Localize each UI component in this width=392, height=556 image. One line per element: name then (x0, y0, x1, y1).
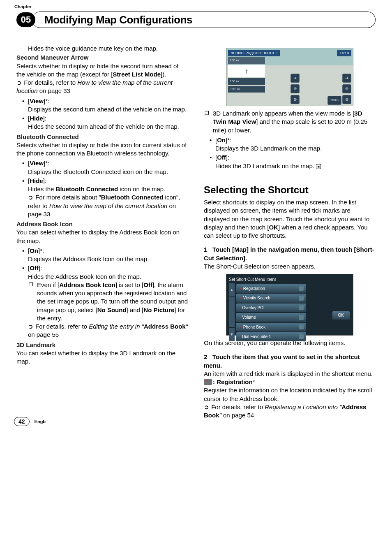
view-option: [View]*: Displays the second turn ahead … (28, 97, 188, 114)
menu-item[interactable]: ✔ Registration (236, 284, 306, 293)
arrow-icon: ↑ (242, 66, 251, 76)
second-maneuver-label: Second Maneuver Arrow (16, 53, 188, 62)
bt-hide-option: [Hide]: Hides the Bluetooth Connected ic… (28, 177, 188, 218)
registration-icon (204, 379, 212, 385)
menu-title: Set Short-Cut Menu Items (229, 277, 350, 283)
zoom-in-button[interactable]: ⊕ (291, 84, 300, 93)
left-column: Hides the voice guidance mute key on the… (16, 44, 188, 419)
lm-off-option: [Off]: Hides the 3D Landmark on the map.… (215, 153, 376, 170)
landmark-note: 3D Landmark only appears when the view m… (204, 109, 376, 134)
registration-line: : Registration* (204, 378, 376, 386)
step-1-desc: The Short-Cut Selection screen appears. (204, 262, 376, 271)
map-arrow-button-2[interactable]: ➔ (342, 74, 351, 83)
chapter-label: Chapter (14, 4, 32, 9)
scroll-down-button[interactable]: ▼ (229, 328, 235, 341)
zoom-in-button-2[interactable]: ⊕ (342, 84, 351, 93)
dist1: 150 m (230, 58, 239, 63)
item-icon (299, 334, 304, 339)
addressbook-label: Address Book Icon (16, 220, 188, 228)
landmark-desc: You can select whether to display the 3D… (16, 349, 188, 366)
eta: 0h01m (230, 87, 240, 92)
street-name: ЛЕНИНГРАДСКОЕ ШОССЕ (228, 50, 280, 56)
lm-on-option: [On]*: Displays the 3D Landmark on the m… (215, 136, 376, 153)
hide-option: [Hide]: Hides the second turn ahead of t… (28, 114, 188, 131)
shortcut-intro: Select shortcuts to display on the map s… (204, 198, 376, 240)
shortcut-heading: Selecting the Shortcut (204, 183, 376, 197)
pointer-icon: ➲ (28, 193, 34, 202)
zoom-out-button[interactable]: ⊖ (291, 95, 300, 104)
page-footer: 42 Engb (14, 417, 46, 426)
dist2: 150 m (230, 79, 239, 84)
step-2-desc: An item with a red tick mark is displaye… (204, 370, 376, 378)
bluetooth-desc: Selects whether to display or hide the i… (16, 141, 188, 158)
intro-text: Hides the voice guidance mute key on the… (16, 44, 188, 53)
bluetooth-label: Bluetooth Connected (16, 133, 188, 141)
end-mark-icon: ■ (316, 164, 321, 169)
second-maneuver-ref: ➲ For details, refer to How to view the … (16, 79, 188, 95)
language-code: Engb (35, 419, 46, 424)
pointer-icon: ➲ (28, 322, 34, 331)
zoom-out-button-2[interactable]: ⊖ (342, 95, 351, 104)
menu-item[interactable]: ✔ Phone Book (236, 323, 306, 332)
menu-item[interactable]: Overlay POI (236, 303, 306, 313)
menu-item[interactable]: ✔ Vicinity Search (236, 294, 306, 303)
menu-item[interactable]: Volume (236, 313, 306, 322)
second-maneuver-desc: Selects whether to display or hide the s… (16, 62, 188, 79)
pointer-icon: ➲ (16, 79, 22, 87)
item-icon (299, 286, 304, 291)
item-icon (299, 296, 304, 301)
page-title: Modifying Map Configurations (44, 14, 192, 26)
ab-off-option: [Off]: Hides the Address Book Icon on th… (28, 264, 188, 339)
pointer-icon: ➲ (204, 403, 210, 411)
scroll-up-button[interactable]: ▲ (229, 283, 235, 297)
right-column: ЛЕНИНГРАДСКОЕ ШОССЕ 14:18 150 m ↑ 150 m … (204, 44, 376, 419)
page-number: 42 (14, 417, 30, 426)
ab-note: Even if [Address Book Icon] is set to [O… (28, 281, 188, 322)
item-icon (299, 305, 304, 310)
item-icon (299, 315, 304, 320)
ok-button[interactable]: OK (332, 311, 350, 320)
map-arrow-button[interactable]: ➔ (291, 74, 300, 83)
registration-ref: ➲ For details, refer to Registering a Lo… (204, 403, 376, 420)
step-1: 1 Touch [Map] in the navigation menu, th… (204, 246, 376, 262)
scroll-track (229, 297, 235, 327)
step-2: 2 Touch the item that you want to set in… (204, 353, 376, 370)
landmark-label: 3D Landmark (16, 341, 188, 349)
shortcut-menu-screenshot: Set Short-Cut Menu Items ▲ ▼ ✔ Registrat… (226, 274, 353, 336)
scale-badge: 200m (327, 96, 341, 105)
map-screenshot: ЛЕНИНГРАДСКОЕ ШОССЕ 14:18 150 m ↑ 150 m … (226, 48, 353, 106)
menu-item[interactable]: Dial Favourite 1 (236, 332, 306, 341)
ab-ref: ➲ For details, refer to Editing the entr… (28, 322, 188, 339)
ab-on-option: [On]*: Displays the Address Book Icon on… (28, 247, 188, 264)
bt-more-ref: ➲ For more details about "Bluetooth Conn… (28, 193, 188, 218)
item-icon (299, 324, 304, 329)
bt-view-option: [View]*: Displays the Bluetooth Connecte… (28, 159, 188, 176)
registration-desc: Register the information on the location… (204, 386, 376, 403)
addressbook-desc: You can select whether to display the Ad… (16, 228, 188, 245)
title-frame: Modifying Map Configurations (32, 12, 376, 28)
page-header: 05 Modifying Map Configurations (16, 12, 376, 28)
clock: 14:18 (337, 50, 351, 56)
